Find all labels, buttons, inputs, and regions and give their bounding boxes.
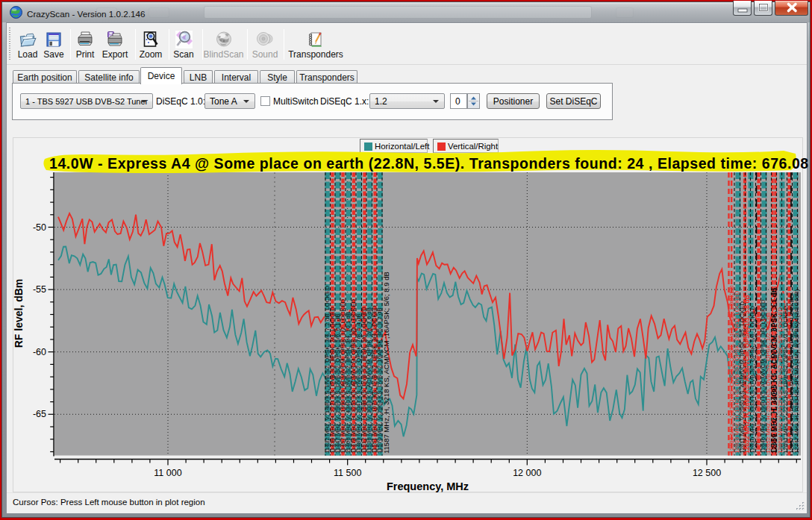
svg-text:-60: -60 <box>33 347 46 357</box>
svg-text:11 000: 11 000 <box>154 468 181 478</box>
svg-text:12747 MHz, H, 7083 KB, 3PCM/V(: 12747 MHz, H, 7083 KB, 3PCM/V(3M), 8(3dP… <box>793 289 800 454</box>
svg-text:-50: -50 <box>33 222 46 233</box>
svg-text:11587 MHz, H, 3218 KS, ACM/VCM: 11587 MHz, H, 3218 KS, ACM/VCM ;16APSK; … <box>382 272 390 454</box>
svg-text:-65: -65 <box>33 409 46 419</box>
svg-text:11 500: 11 500 <box>334 468 361 478</box>
svg-text:-55: -55 <box>33 284 46 295</box>
svg-text:12 000: 12 000 <box>513 468 541 478</box>
svg-text:12 500: 12 500 <box>693 468 721 478</box>
